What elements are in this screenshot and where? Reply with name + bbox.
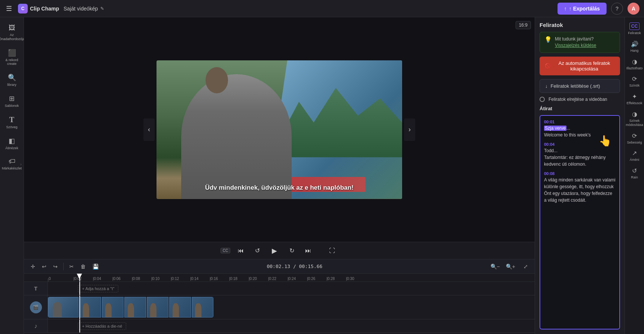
- sidebar-item-media[interactable]: 🖼 Az Önadathordozója: [1, 22, 22, 43]
- audio-track-icon: ♪: [34, 323, 37, 330]
- export-button[interactable]: ↑ ↑ Exportálás: [558, 3, 607, 15]
- sidebar-item-brand[interactable]: 🏷 Márkakészlet: [1, 155, 22, 173]
- tl-zoom-out-button[interactable]: 🔍−: [488, 262, 502, 271]
- audio-icon: 🔊: [631, 40, 638, 48]
- sidebar-label-library: library: [7, 83, 16, 87]
- cc-label: CC: [223, 249, 228, 253]
- time-display-text: 00:02.13 / 00:15.66: [267, 264, 322, 269]
- app-logo: C Clip Champ: [18, 4, 59, 13]
- audio-track-row: ♪ + Hozzáadás a die-né: [24, 319, 535, 333]
- fullscreen-button[interactable]: ⛶: [326, 245, 338, 257]
- video-clip-5[interactable]: [147, 297, 168, 318]
- hide-captions-row: Feliratok elrejtése a videóban: [540, 97, 620, 102]
- video-next-button[interactable]: ›: [404, 118, 415, 141]
- audio-track-playhead: [79, 319, 80, 333]
- sidebar-item-record[interactable]: ⬛ & rekord create: [1, 46, 22, 69]
- feedback-link[interactable]: Visszajelzés küldése: [555, 43, 596, 48]
- frp-label-filter: Színök: [629, 84, 640, 88]
- video-clip-6[interactable]: [169, 297, 191, 318]
- frp-speed[interactable]: ⟳ Sebesség: [626, 130, 644, 147]
- captions-panel: Feliratok 💡 Mit tudunk javítani? Visszaj…: [535, 17, 625, 334]
- transcript-entry-2[interactable]: 00:04 Todd... Tartalomtár: ez átmegy néh…: [544, 142, 616, 168]
- tl-zoom-in-button[interactable]: 🔍+: [504, 262, 517, 271]
- audio-track-content[interactable]: + Hozzáadás a die-né: [48, 319, 535, 333]
- user-avatar[interactable]: A: [628, 3, 640, 15]
- video-track-row: 🎬: [24, 295, 535, 319]
- more-icon: ↗: [632, 150, 637, 157]
- cc-indicator[interactable]: CC: [221, 248, 230, 253]
- tl-save-button[interactable]: 💾: [90, 262, 101, 271]
- rewind-5-button[interactable]: ↺: [251, 245, 263, 257]
- frp-label-captions: Feliratok: [628, 31, 641, 35]
- frp-captions[interactable]: CC Feliratok: [626, 20, 644, 37]
- video-clip-4[interactable]: [124, 297, 146, 318]
- frp-zoom[interactable]: ↺ Rain: [626, 165, 644, 182]
- templates-icon: ⊞: [9, 94, 15, 103]
- help-button[interactable]: ?: [611, 3, 623, 15]
- forward-5-button[interactable]: ↻: [286, 245, 298, 257]
- video-clips-container: [48, 297, 213, 318]
- text-track-icon: T: [34, 286, 37, 292]
- frp-filter[interactable]: ⟳ Színök: [626, 73, 644, 90]
- video-container-wrapper: ‹ Üdv mindenkinek, üdvözöljük az e heti …: [157, 60, 402, 199]
- sidebar-label-templates: Sablonok: [5, 104, 19, 108]
- video-frame[interactable]: Üdv mindenkinek, üdvözöljük az e heti na…: [157, 60, 402, 199]
- add-text-button[interactable]: + Adja hozzá a "t": [78, 285, 118, 292]
- playback-controls: CC ⏮ ↺ ▶ ↻ ⏭ ⛶: [24, 242, 535, 259]
- text-track-content[interactable]: + Adja hozzá a "t": [48, 282, 535, 295]
- record-icon: ⬛: [8, 49, 16, 57]
- auto-captions-button[interactable]: 🚫 Az automatikus feliratok kikapcsolása: [540, 57, 620, 75]
- play-pause-button[interactable]: ▶: [268, 244, 281, 258]
- video-clip-7[interactable]: [192, 297, 213, 318]
- tl-separator-1: [63, 263, 64, 270]
- add-audio-button[interactable]: + Hozzáadás a die-né: [78, 322, 126, 330]
- video-track-playhead: [79, 295, 80, 319]
- rewind-start-button[interactable]: ⏮: [235, 245, 247, 257]
- sidebar-label-transitions: Átinézek: [5, 146, 18, 150]
- skip-end-button[interactable]: ⏭: [302, 245, 314, 257]
- frp-audio[interactable]: 🔊 Hang: [626, 38, 644, 55]
- tl-undo-button[interactable]: ↩: [40, 262, 49, 271]
- text-track-label: T: [24, 282, 48, 295]
- transcript-time-1: 00:01: [544, 120, 616, 124]
- video-clip-3[interactable]: [102, 297, 124, 318]
- captions-icon: CC: [629, 22, 640, 30]
- edit-project-name-icon[interactable]: ✎: [100, 6, 104, 11]
- ruler-mark-0: 0: [48, 274, 76, 282]
- tl-redo-button[interactable]: ↪: [51, 262, 60, 271]
- transcript-text-2: Todd... Tartalomtár: ez átmegy néhány ke…: [544, 147, 616, 168]
- sidebar-item-templates[interactable]: ⊞ Sablonok: [1, 92, 22, 110]
- main-area: 🖼 Az Önadathordozója ⬛ & rekord create 🔍…: [0, 17, 644, 334]
- video-track-content[interactable]: [48, 295, 535, 319]
- frp-color-mod[interactable]: ◑ Színek módosítása: [626, 108, 644, 129]
- text-track-row: T + Adja hozzá a "t": [24, 282, 535, 295]
- tl-expand-button[interactable]: ⤢: [521, 262, 530, 271]
- sidebar-item-library[interactable]: 🔍 library: [1, 71, 22, 89]
- video-clip-1[interactable]: [48, 297, 79, 318]
- audio-add-label: Hozzáadás a die-né: [85, 324, 122, 328]
- video-prev-button[interactable]: ‹: [143, 118, 155, 141]
- aspect-ratio-badge: 16:9: [516, 21, 531, 29]
- tl-select-tool[interactable]: ✛: [28, 262, 37, 271]
- transcript-text-3: A világ minden sarkának van valami külön…: [544, 177, 616, 204]
- frp-color-grading[interactable]: ◑ Illaztothato: [626, 56, 644, 73]
- tl-delete-button[interactable]: 🗑: [78, 262, 88, 271]
- sidebar-item-text[interactable]: T Szöveg: [1, 113, 22, 132]
- project-name[interactable]: Saját videókép: [64, 6, 98, 12]
- menu-icon[interactable]: ☰: [4, 3, 13, 14]
- sidebar-item-transitions[interactable]: ◧ Átinézek: [1, 135, 22, 153]
- download-captions-label: Feliratok letöltése (.srt): [551, 83, 600, 89]
- transcript-box[interactable]: 00:01 Szja verve... Welcome to this week…: [540, 115, 620, 330]
- text-icon: T: [9, 115, 14, 124]
- transcript-entry-3[interactable]: 00:08 A világ minden sarkának van valami…: [544, 171, 616, 204]
- download-captions-button[interactable]: ↓ Feliratok letöltése (.srt): [540, 79, 620, 93]
- frp-effects[interactable]: ✦ Effektusok: [626, 91, 644, 108]
- sidebar-label-text: Szöveg: [6, 125, 17, 129]
- tl-cut-button[interactable]: ✂: [67, 262, 76, 271]
- app-name: Clip Champ: [30, 6, 59, 12]
- hide-captions-toggle[interactable]: [540, 97, 545, 102]
- transcript-entry-1[interactable]: 00:01 Szja verve... Welcome to this week…: [544, 120, 616, 138]
- video-clip-2[interactable]: [79, 297, 101, 318]
- frp-more[interactable]: ↗ Áméni: [626, 147, 644, 164]
- sidebar-label-media: Az Önadathordozója: [0, 33, 25, 41]
